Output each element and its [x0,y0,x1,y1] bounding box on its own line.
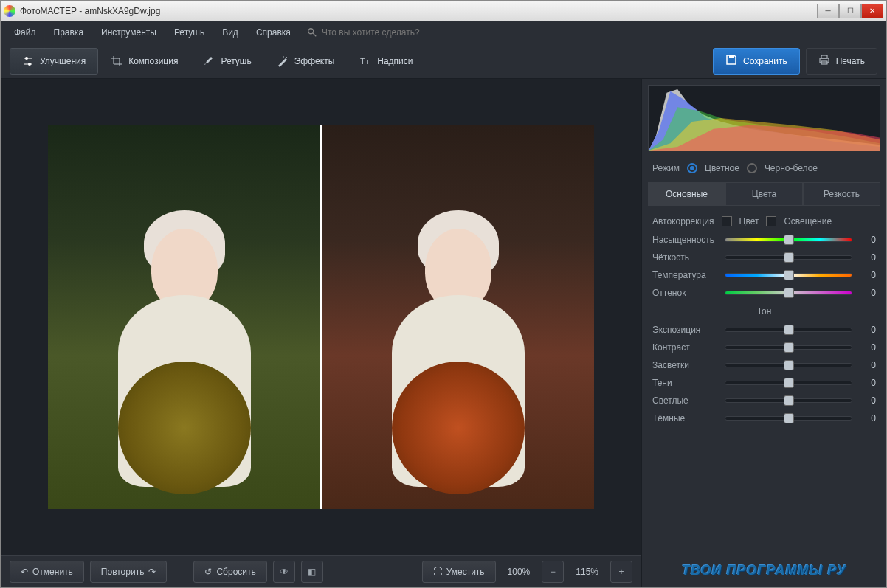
tone-slider-row: Контраст0 [652,339,876,356]
tab-effects[interactable]: Эффекты [264,48,348,75]
undo-label: Отменить [32,567,73,577]
zoom-in-button[interactable]: + [610,561,632,583]
tone-slider-row: Светлые0 [652,392,876,409]
menu-help[interactable]: Справка [249,24,298,41]
histogram [648,85,880,151]
slider-thumb[interactable] [784,378,794,388]
save-label: Сохранить [743,56,787,66]
slider-value: 0 [858,252,876,263]
slider-track[interactable] [725,255,852,260]
slider-track[interactable] [725,273,852,277]
slider-label: Контраст [652,342,719,353]
menu-file[interactable]: Файл [7,24,44,41]
svg-point-3 [25,57,28,60]
eye-icon: 👁 [280,567,289,577]
tab-label: Улучшения [40,56,86,66]
svg-point-5 [28,63,31,66]
tab-text[interactable]: Tᴛ Надписи [347,48,425,75]
preview-toggle-button[interactable]: 👁 [273,561,295,583]
undo-button[interactable]: ↶ Отменить [10,561,84,583]
slider-label: Насыщенность [652,235,719,245]
slider-thumb[interactable] [784,288,794,298]
slider-track[interactable] [725,416,852,421]
search-input[interactable] [322,27,469,38]
fit-button[interactable]: ⛶ Уместить [422,561,496,583]
close-button[interactable]: ✕ [861,4,883,18]
bottom-bar: ↶ Отменить Повторить ↷ ↺ Сбросить 👁 ◧ ⛶ … [1,555,641,587]
menu-tools[interactable]: Инструменты [94,24,164,41]
tab-label: Эффекты [294,56,335,66]
crop-icon [111,55,122,67]
slider-track[interactable] [725,345,852,350]
menu-retouch[interactable]: Ретушь [167,24,212,41]
tab-enhance[interactable]: Улучшения [10,48,98,75]
autocorr-light-label: Освещение [784,216,832,226]
slider-thumb[interactable] [784,270,794,280]
menu-view[interactable]: Вид [215,24,246,41]
print-button[interactable]: Печать [806,48,877,75]
redo-icon: ↷ [148,567,156,577]
text-icon: Tᴛ [359,55,371,67]
svg-text:Tᴛ: Tᴛ [360,57,370,66]
tone-slider-row: Засветки0 [652,356,876,374]
autocorr-label: Автокоррекция [652,216,714,226]
compare-icon: ◧ [308,567,316,577]
slider-track[interactable] [725,328,852,332]
slider-label: Светлые [652,395,719,406]
save-button[interactable]: Сохранить [713,48,800,75]
slider-track[interactable] [725,238,852,242]
save-icon [725,54,737,68]
slider-thumb[interactable] [784,235,794,245]
slider-track[interactable] [725,381,852,385]
app-window: ФотоМАСТЕР - amNskXA9gDw.jpg ─ ☐ ✕ Файл … [0,0,887,588]
slider-thumb[interactable] [784,342,794,353]
minimize-button[interactable]: ─ [817,4,839,18]
slider-value: 0 [858,325,876,335]
redo-label: Повторить [101,567,145,577]
checkbox-light[interactable] [766,216,776,226]
slider-track[interactable] [725,398,852,403]
side-tab-main[interactable]: Основные [648,182,725,206]
zoom-value: 115% [570,567,604,577]
sidebar: Режим Цветное Черно-белое Основные Цвета… [641,79,886,587]
slider-track[interactable] [725,291,852,295]
reset-button[interactable]: ↺ Сбросить [193,561,266,583]
svg-rect-10 [821,55,827,58]
tab-retouch[interactable]: Ретушь [190,48,263,75]
svg-point-6 [286,57,287,58]
side-tab-sharp[interactable]: Резкость [803,182,880,206]
slider-thumb[interactable] [784,325,794,335]
tone-slider-row: Тёмные0 [652,409,876,427]
slider-track[interactable] [725,363,852,367]
print-label: Печать [836,56,865,66]
radio-color[interactable] [687,163,697,173]
menu-edit[interactable]: Правка [46,24,92,41]
radio-bw[interactable] [747,163,757,173]
slider-row: Чёткость0 [652,249,876,266]
side-tab-colors[interactable]: Цвета [725,182,803,206]
tab-label: Композиция [128,56,178,66]
image-before [48,125,320,509]
slider-row: Оттенок0 [652,284,876,302]
slider-thumb[interactable] [784,413,794,423]
compare-toggle-button[interactable]: ◧ [301,561,323,583]
slider-value: 0 [858,413,876,423]
slider-label: Тени [652,378,719,388]
window-controls: ─ ☐ ✕ [817,4,883,18]
canvas-viewport[interactable] [1,79,641,555]
tab-composition[interactable]: Композиция [98,48,190,75]
redo-button[interactable]: Повторить ↷ [90,561,168,583]
autocorr-color-label: Цвет [739,216,759,226]
zoom-out-button[interactable]: − [542,561,564,583]
slider-label: Засветки [652,360,719,370]
menubar: Файл Правка Инструменты Ретушь Вид Справ… [1,21,886,44]
slider-thumb[interactable] [784,360,794,370]
maximize-button[interactable]: ☐ [839,4,861,18]
print-icon [818,54,830,68]
slider-thumb[interactable] [784,252,794,263]
mode-color-label: Цветное [705,163,739,173]
slider-row: Температура0 [652,266,876,284]
slider-value: 0 [858,235,876,245]
checkbox-color[interactable] [722,216,732,226]
slider-thumb[interactable] [784,395,794,406]
